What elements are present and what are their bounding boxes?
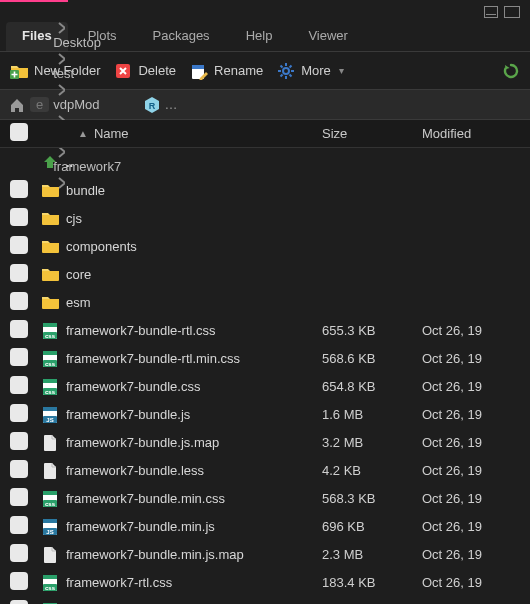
gear-icon: [277, 62, 295, 80]
file-row[interactable]: cjs: [0, 204, 530, 232]
file-name: framework7-bundle.less: [62, 463, 322, 478]
column-name[interactable]: ▲ Name: [66, 126, 322, 141]
folder-icon: [38, 293, 62, 311]
file-icon: [38, 461, 62, 479]
breadcrumb-drive[interactable]: e: [30, 97, 49, 112]
file-row[interactable]: framework7-bundle.js1.6 MBOct 26, 19: [0, 400, 530, 428]
breadcrumb-vdpmod[interactable]: vdpMod: [53, 97, 99, 112]
row-checkbox[interactable]: [10, 516, 28, 534]
row-checkbox[interactable]: [10, 264, 28, 282]
minimize-icon[interactable]: [484, 6, 498, 18]
row-checkbox[interactable]: [10, 236, 28, 254]
column-size[interactable]: Size: [322, 126, 422, 141]
file-row[interactable]: components: [0, 232, 530, 260]
file-size: 3.2 MB: [322, 435, 422, 450]
file-name: framework7-bundle.min.css: [62, 491, 322, 506]
row-checkbox[interactable]: [10, 404, 28, 422]
home-icon[interactable]: [8, 96, 26, 114]
file-size: 568.6 KB: [322, 351, 422, 366]
new-folder-icon: [10, 62, 28, 80]
column-modified[interactable]: Modified: [422, 126, 520, 141]
file-name: framework7-rtl.css: [62, 575, 322, 590]
breadcrumb-overflow[interactable]: …: [165, 97, 178, 112]
row-checkbox[interactable]: [10, 572, 28, 590]
more-button[interactable]: More ▾: [277, 62, 344, 80]
file-row[interactable]: framework7-bundle-rtl.min.css568.6 KBOct…: [0, 344, 530, 372]
file-row[interactable]: framework7-bundle-rtl.css655.3 KBOct 26,…: [0, 316, 530, 344]
rename-icon: [190, 62, 208, 80]
folder-icon: [38, 181, 62, 199]
file-icon: [38, 433, 62, 451]
tab-help[interactable]: Help: [230, 22, 289, 51]
chevron-down-icon: ▾: [339, 65, 344, 76]
file-name: esm: [62, 295, 322, 310]
file-row[interactable]: core: [0, 260, 530, 288]
breadcrumb-desktop[interactable]: Desktop: [53, 35, 101, 50]
file-modified: Oct 26, 19: [422, 463, 520, 478]
file-name: framework7-bundle.js: [62, 407, 322, 422]
select-all-checkbox[interactable]: [10, 123, 28, 141]
file-row[interactable]: framework7-bundle.less4.2 KBOct 26, 19: [0, 456, 530, 484]
file-name: framework7-bundle.min.js: [62, 519, 322, 534]
row-checkbox[interactable]: [10, 180, 28, 198]
row-checkbox[interactable]: [10, 544, 28, 562]
file-name: core: [62, 267, 322, 282]
column-header: ▲ Name Size Modified: [0, 120, 530, 148]
file-modified: Oct 26, 19: [422, 575, 520, 590]
rename-button[interactable]: Rename: [190, 62, 263, 80]
file-size: 1.6 MB: [322, 407, 422, 422]
row-checkbox[interactable]: [10, 460, 28, 478]
file-row[interactable]: framework7-bundle.js.map3.2 MBOct 26, 19: [0, 428, 530, 456]
css-icon: [38, 489, 62, 507]
tab-viewer[interactable]: Viewer: [292, 22, 364, 51]
file-row[interactable]: framework7-bundle.min.js.map2.3 MBOct 26…: [0, 540, 530, 568]
breadcrumb: e DesktoptestvdpModnode_modulesframework…: [0, 90, 530, 120]
file-size: 655.3 KB: [322, 323, 422, 338]
file-size: 4.2 KB: [322, 463, 422, 478]
folder-icon: [38, 237, 62, 255]
file-modified: Oct 26, 19: [422, 491, 520, 506]
maximize-icon[interactable]: [504, 6, 520, 18]
file-name: framework7-bundle.min.js.map: [62, 547, 322, 562]
up-directory-row[interactable]: ..: [0, 148, 530, 176]
chevron-right-icon: [53, 19, 138, 35]
row-checkbox[interactable]: [10, 292, 28, 310]
file-row[interactable]: framework7-bundle.css654.8 KBOct 26, 19: [0, 372, 530, 400]
file-name: framework7-bundle.js.map: [62, 435, 322, 450]
folder-icon: [38, 265, 62, 283]
more-label: More: [301, 63, 331, 78]
row-checkbox[interactable]: [10, 348, 28, 366]
row-checkbox[interactable]: [10, 432, 28, 450]
file-size: 183.4 KB: [322, 575, 422, 590]
js-icon: [38, 405, 62, 423]
refresh-button[interactable]: [502, 62, 520, 80]
file-size: 2.3 MB: [322, 547, 422, 562]
row-checkbox[interactable]: [10, 208, 28, 226]
file-row[interactable]: framework7-rtl.min.css160.7 KBOct 26, 19: [0, 596, 530, 604]
row-checkbox[interactable]: [10, 320, 28, 338]
rename-label: Rename: [214, 63, 263, 78]
file-row[interactable]: framework7-bundle.min.css568.3 KBOct 26,…: [0, 484, 530, 512]
row-checkbox[interactable]: [10, 488, 28, 506]
file-modified: Oct 26, 19: [422, 519, 520, 534]
file-row[interactable]: bundle: [0, 176, 530, 204]
up-label: ..: [62, 155, 322, 170]
file-name: components: [62, 239, 322, 254]
tab-packages[interactable]: Packages: [137, 22, 226, 51]
file-modified: Oct 26, 19: [422, 323, 520, 338]
file-row[interactable]: framework7-bundle.min.js696 KBOct 26, 19: [0, 512, 530, 540]
window-buttons: [0, 4, 530, 20]
row-checkbox[interactable]: [10, 376, 28, 394]
js-icon: [38, 517, 62, 535]
row-checkbox[interactable]: [10, 600, 28, 605]
r-project-icon[interactable]: [143, 96, 161, 114]
breadcrumb-test[interactable]: test: [53, 66, 74, 81]
css-icon: [38, 573, 62, 591]
file-icon: [38, 545, 62, 563]
chevron-right-icon: [53, 81, 138, 97]
delete-label: Delete: [138, 63, 176, 78]
file-row[interactable]: esm: [0, 288, 530, 316]
file-name: framework7-bundle.css: [62, 379, 322, 394]
file-name: cjs: [62, 211, 322, 226]
file-row[interactable]: framework7-rtl.css183.4 KBOct 26, 19: [0, 568, 530, 596]
